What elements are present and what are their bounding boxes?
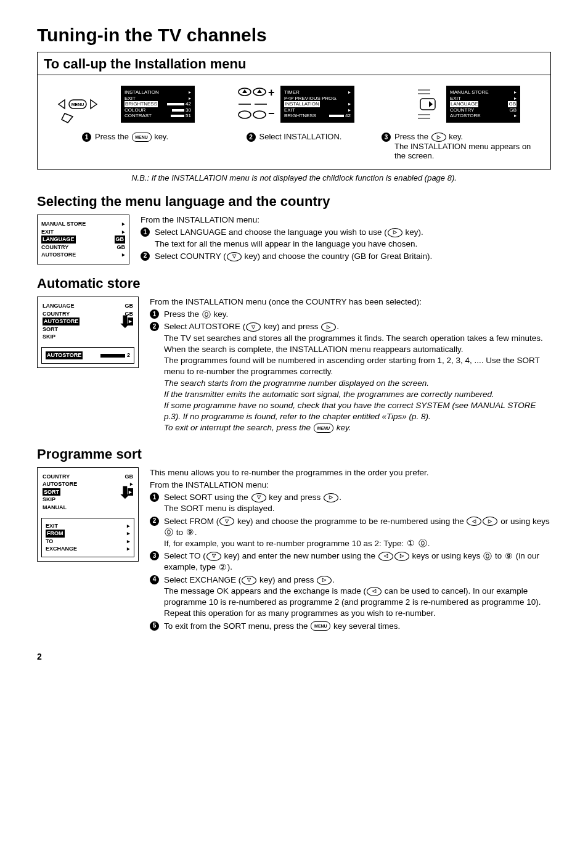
right-key-icon: ▷: [394, 552, 409, 561]
svg-marker-3: [91, 100, 97, 108]
callup-col-1: MENU INSTALLATION▸ EXIT▸ BRIGHTNESS 42 C…: [44, 83, 206, 160]
left-key-icon: ◁: [378, 552, 393, 561]
down-key-icon: ▽: [206, 552, 221, 561]
page-title: Tuning-in the TV channels: [37, 25, 551, 46]
callup-col-3: MANUAL STORE▸ EXIT▸ LANGUAGEGB COUNTRYGB…: [382, 83, 544, 160]
tv-screen-2: TIMER▸ P<P PREVIOUS PROG. INSTALLATION▸ …: [280, 86, 354, 123]
right-key-icon: ▷: [324, 493, 338, 502]
zero-key-icon: ⓪: [483, 552, 492, 561]
step-number-3: 3: [382, 133, 391, 142]
nine-key-icon: ⑨: [186, 528, 194, 537]
svg-marker-0: [59, 100, 65, 108]
svg-text:+: +: [268, 86, 275, 99]
lang-screen: MANUAL STORE▸ EXIT▸ LANGUAGEGB COUNTRYGB…: [37, 215, 129, 264]
right-key-icon: ▷: [317, 576, 332, 585]
down-key-icon: ▽: [242, 576, 256, 585]
svg-marker-18: [429, 101, 433, 107]
sort-step-5: 5: [150, 621, 159, 631]
one-key-icon: ①: [407, 539, 415, 548]
auto-step-2: 2: [150, 322, 159, 331]
tv-screen-1: INSTALLATION▸ EXIT▸ BRIGHTNESS 42 COLOUR…: [121, 86, 195, 123]
svg-text:MENU: MENU: [71, 102, 84, 107]
tv-screen-3: MANUAL STORE▸ EXIT▸ LANGUAGEGB COUNTRYGB…: [446, 86, 520, 123]
callup-step1-text: Press the MENU key.: [95, 132, 168, 142]
svg-text:−: −: [268, 107, 275, 120]
sort-step-2: 2: [150, 517, 159, 526]
menu-key-icon: MENU: [314, 424, 333, 433]
right-key-icon: ▷: [431, 133, 446, 142]
right-key-icon: ▷: [388, 228, 402, 237]
lang-step-1: 1: [141, 227, 150, 237]
svg-rect-17: [420, 99, 435, 110]
down-key-icon: ▽: [251, 493, 266, 502]
callup-col-2: + − TIMER▸ P<P PREVIOUS PROG. INSTALLATI…: [213, 83, 375, 160]
svg-point-12: [239, 111, 251, 118]
svg-marker-4: [62, 113, 73, 123]
zero-key-icon: ⓪: [202, 311, 211, 319]
lang-step-2: 2: [141, 252, 150, 261]
sort-step-4: 4: [150, 575, 159, 584]
arrow-down-icon: ⬇: [118, 489, 132, 497]
arrow-down-icon: ⬇: [118, 318, 132, 326]
auto-screen: LANGUAGEGB COUNTRYGB AUTOSTORE▸ SORT SKI…: [37, 297, 139, 368]
down-key-icon: ▽: [246, 322, 261, 332]
right-key-icon: ▷: [321, 322, 336, 332]
two-key-icon: ②: [219, 563, 227, 572]
zero-key-icon: ⓪: [419, 539, 427, 548]
auto-body: From the INSTALLATION menu (once the COU…: [150, 297, 551, 435]
sort-step-3: 3: [150, 551, 159, 560]
callup-heading: To call-up the Installation menu: [37, 52, 551, 75]
menu-key-icon: MENU: [132, 133, 152, 142]
auto-heading: Automatic store: [37, 276, 551, 292]
left-key-icon: ◁: [367, 587, 382, 596]
sort-step-1: 1: [150, 493, 159, 502]
sort-heading: Programme sort: [37, 446, 551, 462]
down-key-icon: ▽: [227, 252, 242, 261]
step-number-2: 2: [247, 133, 256, 142]
sort-body: This menu allows you to re-number the pr…: [150, 467, 551, 633]
remote-nav-cross-icon: [406, 83, 443, 126]
zero-key-icon: ⓪: [165, 528, 173, 537]
svg-marker-8: [257, 89, 262, 93]
callup-step3-text: Press the ▷ key. The INSTALLATION menu a…: [394, 132, 544, 160]
callup-step2-text: Select INSTALLATION.: [259, 132, 342, 141]
svg-point-13: [253, 111, 266, 118]
sort-screen: COUNTRYGB AUTOSTORE▸ SORT▸ SKIP MANUAL ⬇…: [37, 467, 139, 562]
lang-heading: Selecting the menu language and the coun…: [37, 194, 551, 210]
auto-step-1: 1: [150, 309, 159, 319]
down-key-icon: ▽: [219, 517, 234, 526]
right-key-icon: ▷: [483, 517, 497, 526]
remote-nav-icon: MENU: [55, 83, 117, 126]
menu-key-icon: MENU: [311, 621, 330, 631]
callup-box: MENU INSTALLATION▸ EXIT▸ BRIGHTNESS 42 C…: [37, 75, 551, 170]
page-number: 2: [37, 652, 551, 661]
callup-note: N.B.: If the INSTALLATION menu is not di…: [37, 173, 551, 182]
svg-marker-6: [242, 89, 247, 93]
step-number-1: 1: [82, 133, 91, 142]
remote-plusminus-icon: + −: [234, 83, 277, 126]
lang-body: From the INSTALLATION menu: 1 Select LAN…: [141, 215, 432, 263]
left-key-icon: ◁: [467, 517, 481, 526]
nine-key-icon: ⑨: [505, 552, 513, 561]
